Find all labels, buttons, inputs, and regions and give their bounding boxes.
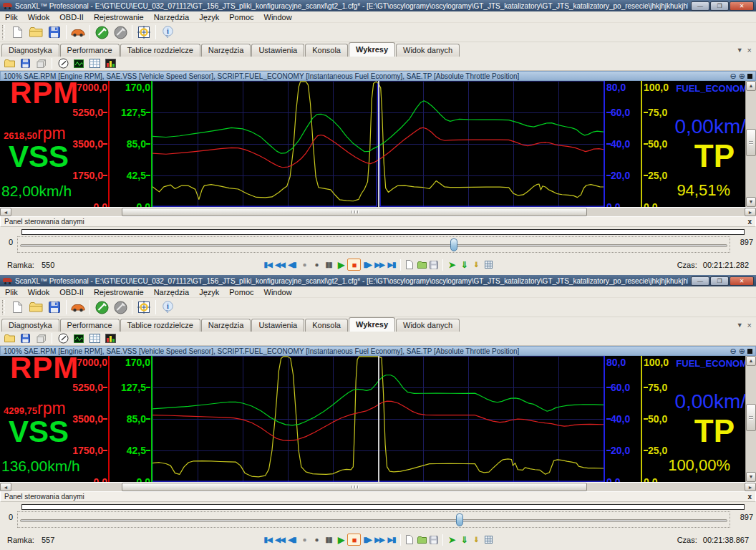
- close-button[interactable]: ✕: [730, 1, 754, 11]
- step-back-button[interactable]: ◀▮: [286, 259, 298, 271]
- scroll-right-arrow-icon[interactable]: ►: [745, 208, 756, 216]
- menu-pomoc[interactable]: Pomoc: [224, 13, 258, 21]
- menu-window[interactable]: Window: [259, 13, 297, 21]
- log-new-button[interactable]: [404, 259, 415, 271]
- record-button[interactable]: ●: [311, 259, 322, 271]
- export-data-button[interactable]: ⇓: [470, 534, 482, 546]
- graph-vertical-scrollbar[interactable]: ▲ ▼: [745, 81, 756, 207]
- menu-plik[interactable]: Plik: [0, 288, 23, 296]
- connect-button[interactable]: [92, 299, 111, 316]
- frame-slider-track[interactable]: [20, 519, 727, 522]
- plot-area[interactable]: [152, 356, 604, 482]
- tab-close-icon[interactable]: ×: [747, 321, 752, 329]
- frame-slider[interactable]: [17, 236, 730, 253]
- graph-open-button[interactable]: [2, 332, 16, 345]
- fast-rewind-button[interactable]: ◀◀: [274, 259, 286, 271]
- disconnect-button[interactable]: [111, 299, 130, 316]
- graph-horizontal-scrollbar[interactable]: ◄ ►: [0, 207, 756, 216]
- menu-rejestrowanie[interactable]: Rejestrowanie: [89, 288, 149, 296]
- restore-button[interactable]: ❐: [710, 276, 729, 286]
- chart-view-button[interactable]: [103, 332, 117, 345]
- live-monitor-button[interactable]: [72, 332, 86, 345]
- record-inactive-icon[interactable]: ●: [299, 259, 310, 271]
- tab-performance[interactable]: Performance: [60, 44, 120, 57]
- menu-plik[interactable]: Plik: [0, 13, 23, 21]
- zoom-in-icon[interactable]: ⊕: [739, 347, 745, 356]
- tab-konsola[interactable]: Konsola: [305, 44, 348, 57]
- frame-slider-track[interactable]: [20, 244, 727, 247]
- tab-tablice-rozdzielcze[interactable]: Tablice rozdzielcze: [120, 319, 200, 332]
- data-grid-button[interactable]: [483, 259, 494, 271]
- tab-narzedzia[interactable]: Narzędzia: [201, 319, 251, 332]
- tab-overflow-chevron-icon[interactable]: ▼: [737, 47, 743, 54]
- tab-diagnostyka[interactable]: Diagnostyka: [1, 319, 59, 332]
- step-back-button[interactable]: ◀▮: [286, 534, 298, 546]
- new-file-button[interactable]: [8, 24, 26, 41]
- skip-to-start-button[interactable]: ▮◀: [262, 534, 273, 546]
- tab-wykresy[interactable]: Wykresy: [349, 42, 395, 57]
- zoom-range-bar[interactable]: [21, 504, 745, 510]
- menu-jezyk[interactable]: Język: [194, 288, 224, 296]
- scroll-down-arrow-icon[interactable]: ▼: [746, 472, 756, 482]
- tab-ustawienia[interactable]: Ustawienia: [251, 44, 304, 57]
- scroll-left-arrow-icon[interactable]: ◄: [0, 483, 11, 491]
- dashboard-designer-button[interactable]: [135, 299, 153, 316]
- chart-view-button[interactable]: [103, 57, 117, 70]
- scroll-right-arrow-icon[interactable]: ►: [745, 483, 756, 491]
- zoom-range-bar[interactable]: [21, 229, 745, 235]
- tab-performance[interactable]: Performance: [60, 319, 120, 332]
- graph-vertical-scrollbar[interactable]: ▲ ▼: [745, 356, 756, 482]
- open-file-button[interactable]: [26, 24, 45, 41]
- skip-to-end-button[interactable]: ▶▮: [386, 534, 397, 546]
- zoom-out-icon[interactable]: ⊖: [730, 72, 737, 81]
- zoom-out-icon[interactable]: ⊖: [730, 347, 737, 356]
- horizontal-scroll-thumb[interactable]: [122, 208, 587, 216]
- step-forward-button[interactable]: ▮▶: [362, 534, 373, 546]
- table-view-button[interactable]: [87, 57, 102, 70]
- connect-button[interactable]: [92, 24, 111, 41]
- graph-open-button[interactable]: [2, 57, 16, 70]
- playback-cursor-line[interactable]: [378, 356, 379, 482]
- table-view-button[interactable]: [87, 332, 102, 345]
- scroll-up-arrow-icon[interactable]: ▲: [746, 81, 756, 91]
- scroll-left-arrow-icon[interactable]: ◄: [0, 208, 11, 216]
- play-button[interactable]: ▶: [335, 534, 346, 546]
- minimize-button[interactable]: —: [691, 1, 709, 11]
- data-grid-button[interactable]: [483, 534, 494, 546]
- skip-to-end-button[interactable]: ▶▮: [386, 259, 397, 271]
- log-open-button[interactable]: [416, 534, 427, 546]
- stop-button-active[interactable]: ■: [347, 534, 361, 546]
- fast-rewind-button[interactable]: ◀◀: [274, 534, 286, 546]
- live-monitor-button[interactable]: [72, 57, 86, 70]
- collapse-icon[interactable]: [747, 74, 752, 79]
- import-data-button[interactable]: ⇓: [458, 259, 470, 271]
- minimize-button[interactable]: —: [691, 276, 709, 286]
- graph-export-button[interactable]: [34, 332, 48, 345]
- panel-close-icon[interactable]: x: [747, 493, 752, 501]
- vehicle-button[interactable]: [69, 24, 87, 41]
- skip-to-start-button[interactable]: ▮◀: [262, 259, 273, 271]
- tab-konsola[interactable]: Konsola: [305, 319, 348, 332]
- log-save-button[interactable]: [428, 259, 440, 271]
- info-button[interactable]: i: [158, 299, 177, 316]
- menu-narzedzia[interactable]: Narzędzia: [149, 13, 195, 21]
- menu-widok[interactable]: Widok: [23, 288, 55, 296]
- menu-pomoc[interactable]: Pomoc: [224, 288, 258, 296]
- frame-slider-thumb[interactable]: [450, 238, 457, 251]
- save-button[interactable]: [45, 299, 64, 316]
- info-button[interactable]: i: [158, 24, 177, 41]
- gauge-view-button[interactable]: [56, 332, 70, 345]
- collapse-icon[interactable]: [747, 349, 752, 354]
- vertical-scroll-thumb[interactable]: [746, 129, 756, 156]
- zoom-in-icon[interactable]: ⊕: [739, 72, 745, 81]
- play-button[interactable]: ▶: [335, 259, 346, 271]
- tab-widok-danych[interactable]: Widok danych: [396, 44, 460, 57]
- tab-diagnostyka[interactable]: Diagnostyka: [1, 44, 59, 57]
- tab-wykresy[interactable]: Wykresy: [349, 317, 395, 332]
- menu-widok[interactable]: Widok: [23, 13, 55, 21]
- menu-obd2[interactable]: OBD-II: [54, 288, 89, 296]
- menu-jezyk[interactable]: Język: [194, 13, 224, 21]
- record-inactive-icon[interactable]: ●: [299, 534, 310, 546]
- menu-narzedzia[interactable]: Narzędzia: [149, 288, 195, 296]
- frame-slider[interactable]: [17, 511, 730, 528]
